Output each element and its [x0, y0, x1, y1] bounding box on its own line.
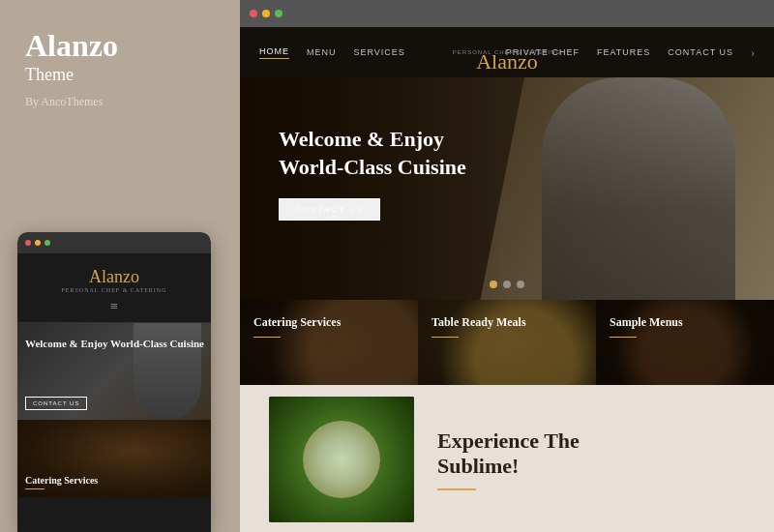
service-cards: Catering Services Table Ready Meals Samp…	[240, 300, 774, 385]
sublime-title-line2: Sublime!	[437, 454, 745, 479]
mobile-dot-yellow	[35, 240, 41, 246]
service-card-line-2	[432, 337, 459, 339]
service-card-title-1: Catering Services	[253, 315, 341, 331]
mobile-content: Alanzo PERSONAL CHEF & CATERING ≡ Welcom…	[17, 253, 211, 532]
hero-title: Welcome & Enjoy World-Class Cuisine	[279, 126, 466, 181]
browser-dot-yellow	[262, 10, 270, 17]
mobile-browser-bar	[17, 232, 211, 253]
browser-dot-green	[275, 10, 283, 17]
nav-logo: Alanzo	[476, 49, 538, 74]
theme-author: By AncoThemes	[25, 95, 215, 109]
hero-text: Welcome & Enjoy World-Class Cuisine CONT…	[279, 126, 466, 221]
sublime-text: Experience The Sublime!	[437, 429, 745, 491]
mobile-dot-red	[25, 240, 31, 246]
nav-item-home[interactable]: HOME	[259, 46, 289, 59]
sublime-title-line1: Experience The	[437, 429, 745, 454]
hamburger-icon[interactable]: ≡	[27, 299, 201, 314]
hero-contact-button[interactable]: CONTACT US	[279, 198, 380, 221]
service-card-sample-menus[interactable]: Sample Menus	[596, 300, 774, 385]
service-card-title-3: Sample Menus	[610, 315, 683, 331]
mobile-service-title: Catering Services	[25, 475, 98, 486]
mobile-mockup: Alanzo PERSONAL CHEF & CATERING ≡ Welcom…	[17, 232, 211, 532]
service-card-title-2: Table Ready Meals	[432, 315, 526, 331]
mobile-logo: Alanzo	[27, 267, 201, 287]
theme-title: Alanzo	[25, 29, 215, 63]
navigation: HOME MENU SERVICES Alanzo PERSONAL CHEF …	[240, 27, 774, 77]
nav-left: HOME MENU SERVICES	[259, 46, 405, 59]
mobile-service-line	[25, 488, 45, 489]
mobile-service-card: Catering Services	[17, 420, 211, 497]
browser-dot-red	[250, 10, 257, 17]
service-card-catering[interactable]: Catering Services	[240, 300, 418, 385]
service-card-line-3	[610, 337, 637, 339]
mobile-hero-text: Welcome & Enjoy World-Class Cuisine	[25, 337, 204, 350]
nav-item-contact[interactable]: CONTACT US	[668, 47, 733, 57]
nav-logo-container: Alanzo PERSONAL CHEF & CATERING	[453, 49, 561, 55]
mobile-dot-green	[45, 240, 50, 246]
hero-title-line2: World-Class Cuisine	[279, 154, 466, 182]
mobile-hero: Welcome & Enjoy World-Class Cuisine CONT…	[17, 323, 211, 420]
service-card-content-2: Table Ready Meals	[432, 315, 526, 338]
sublime-image	[269, 397, 414, 522]
theme-subtitle: Theme	[25, 65, 215, 85]
sublime-section: Experience The Sublime!	[240, 385, 774, 532]
hero-dot-1[interactable]	[490, 281, 497, 288]
hero-dot-3[interactable]	[517, 281, 524, 288]
nav-arrow-icon: ›	[751, 45, 755, 60]
mobile-logo-sub: PERSONAL CHEF & CATERING	[27, 287, 201, 293]
service-card-table-ready[interactable]: Table Ready Meals	[418, 300, 596, 385]
mobile-header: Alanzo PERSONAL CHEF & CATERING ≡	[17, 253, 211, 323]
browser-bar	[240, 0, 774, 27]
hero-dot-2[interactable]	[503, 281, 511, 288]
hero-title-line1: Welcome & Enjoy	[279, 126, 466, 154]
sublime-accent-line	[437, 488, 476, 490]
nav-item-services[interactable]: SERVICES	[354, 47, 405, 57]
hero-section: Welcome & Enjoy World-Class Cuisine CONT…	[240, 77, 774, 300]
service-card-content-1: Catering Services	[253, 315, 341, 338]
right-panel: HOME MENU SERVICES Alanzo PERSONAL CHEF …	[240, 0, 774, 532]
nav-item-menu[interactable]: MENU	[307, 47, 337, 57]
service-card-bg-2	[418, 300, 596, 385]
sublime-plate	[303, 421, 380, 498]
nav-item-features[interactable]: FEATURES	[597, 47, 650, 57]
service-card-content-3: Sample Menus	[610, 315, 683, 338]
service-card-bg-3	[596, 300, 774, 385]
mobile-contact-button[interactable]: CONTACT US	[25, 397, 87, 410]
hero-carousel-dots	[490, 281, 524, 288]
service-card-bg-1	[240, 300, 418, 385]
left-panel: Alanzo Theme By AncoThemes Alanzo PERSON…	[0, 0, 240, 532]
sublime-title: Experience The Sublime!	[437, 429, 745, 480]
desktop-content: HOME MENU SERVICES Alanzo PERSONAL CHEF …	[240, 27, 774, 532]
service-card-line-1	[253, 337, 281, 339]
